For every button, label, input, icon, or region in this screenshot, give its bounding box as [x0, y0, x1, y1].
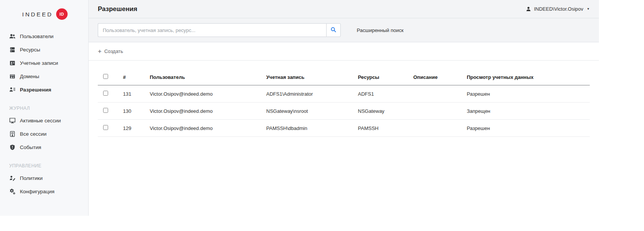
- cell-description: [410, 103, 464, 120]
- sidebar-item-active-sessions[interactable]: Активные сессии: [0, 114, 88, 127]
- sidebar-item-users[interactable]: Пользователи: [0, 30, 88, 43]
- sidebar-item-events[interactable]: События: [0, 141, 88, 154]
- column-header-user: Пользователь: [147, 69, 263, 85]
- sidebar-item-domains[interactable]: Домены: [0, 70, 88, 83]
- sidebar-item-accounts[interactable]: Учетные записи: [0, 56, 88, 70]
- cell-account: ADFS1\Administrator: [263, 85, 355, 103]
- main-area: Разрешения INDEED\Victor.Osipov ▼ Расшир…: [89, 0, 599, 216]
- row-checkbox[interactable]: [103, 91, 108, 96]
- page-title: Разрешения: [98, 5, 137, 13]
- column-header-account: Учетная запись: [263, 69, 355, 85]
- domain-icon: [9, 73, 16, 80]
- sidebar-section-journal: ЖУРНАЛ: [0, 96, 88, 114]
- sidebar-item-label: Политики: [20, 175, 43, 181]
- sidebar-item-policies[interactable]: Политики: [0, 172, 88, 185]
- sidebar-item-label: Активные сессии: [20, 118, 61, 124]
- sidebar-item-permissions[interactable]: Разрешения: [0, 83, 88, 96]
- permissions-table: # Пользователь Учетная запись Ресурсы Оп…: [98, 69, 590, 137]
- sidebar-item-label: Все сессии: [20, 131, 47, 137]
- sidebar-item-label: Пользователи: [20, 34, 53, 39]
- cell-resource: ADFS1: [355, 85, 410, 103]
- gear-icon: [9, 188, 16, 195]
- plus-icon: +: [98, 48, 102, 55]
- search-icon: [330, 27, 337, 34]
- sidebar-item-label: Конфигурация: [20, 189, 55, 194]
- cell-credentials-view: Разрешен: [464, 85, 590, 103]
- sidebar-item-label: События: [20, 144, 41, 150]
- table-row[interactable]: 130 Victor.Osipov@indeed.demo NSGateway\…: [98, 103, 590, 120]
- cell-user: Victor.Osipov@indeed.demo: [147, 85, 263, 103]
- cell-description: [410, 85, 464, 103]
- column-header-description: Описание: [410, 69, 464, 85]
- table-header-row: # Пользователь Учетная запись Ресурсы Оп…: [98, 69, 590, 85]
- search-input[interactable]: [98, 23, 326, 37]
- server-icon: [9, 47, 16, 53]
- app-window: INDEED ID Пользователи Ресурсы Учетные з…: [0, 0, 599, 216]
- cell-resource: PAMSSH: [355, 120, 410, 137]
- advanced-search-link[interactable]: Расширенный поиск: [357, 27, 403, 33]
- cell-account: PAMSSH\dbadmin: [263, 120, 355, 137]
- cell-resource: NSGateway: [355, 103, 410, 120]
- brand-badge: ID: [56, 8, 68, 20]
- select-all-checkbox[interactable]: [103, 74, 108, 79]
- cell-user: Victor.Osipov@indeed.demo: [147, 120, 263, 137]
- create-button[interactable]: + Создать: [98, 48, 123, 55]
- sidebar-item-label: Разрешения: [20, 87, 51, 93]
- search-button[interactable]: [326, 23, 341, 37]
- cell-num: 131: [120, 85, 147, 103]
- user-name: INDEED\Victor.Osipov: [534, 6, 583, 12]
- policies-icon: [9, 175, 16, 181]
- sidebar-item-resources[interactable]: Ресурсы: [0, 43, 88, 56]
- sidebar-item-label: Ресурсы: [20, 47, 40, 53]
- table-row[interactable]: 131 Victor.Osipov@indeed.demo ADFS1\Admi…: [98, 85, 590, 103]
- sidebar-section-management: УПРАВЛЕНИЕ: [0, 154, 88, 172]
- top-bar: Разрешения INDEED\Victor.Osipov ▼: [89, 0, 599, 18]
- cell-credentials-view: Запрещен: [464, 103, 590, 120]
- column-header-resource: Ресурсы: [355, 69, 410, 85]
- id-card-icon: [9, 60, 16, 66]
- cell-credentials-view: Разрешен: [464, 120, 590, 137]
- shield-alert-icon: [9, 144, 16, 151]
- cell-account: NSGateway\nsroot: [263, 103, 355, 120]
- create-button-label: Создать: [104, 48, 123, 54]
- brand-logo: INDEED ID: [0, 0, 88, 30]
- permissions-icon: [9, 87, 16, 93]
- column-header-num: #: [120, 69, 147, 85]
- user-icon: [526, 6, 531, 12]
- sidebar-item-configuration[interactable]: Конфигурация: [0, 185, 88, 198]
- monitor-icon: [9, 117, 16, 124]
- cell-num: 130: [120, 103, 147, 120]
- users-icon: [9, 33, 16, 40]
- search-section: Расширенный поиск: [89, 18, 599, 42]
- chevron-down-icon: ▼: [587, 7, 590, 11]
- action-toolbar: + Создать: [89, 42, 599, 61]
- permissions-table-container: # Пользователь Учетная запись Ресурсы Оп…: [89, 61, 599, 137]
- sidebar-item-all-sessions[interactable]: Все сессии: [0, 127, 88, 141]
- cell-num: 129: [120, 120, 147, 137]
- sidebar: INDEED ID Пользователи Ресурсы Учетные з…: [0, 0, 89, 216]
- cell-description: [410, 120, 464, 137]
- user-menu[interactable]: INDEED\Victor.Osipov ▼: [526, 6, 590, 12]
- row-checkbox[interactable]: [103, 108, 108, 113]
- brand-name: INDEED: [22, 11, 53, 18]
- sessions-document-icon: [9, 131, 16, 137]
- search-box: [98, 23, 341, 37]
- table-row[interactable]: 129 Victor.Osipov@indeed.demo PAMSSH\dba…: [98, 120, 590, 137]
- sidebar-item-label: Домены: [20, 74, 39, 79]
- cell-user: Victor.Osipov@indeed.demo: [147, 103, 263, 120]
- row-checkbox[interactable]: [103, 125, 108, 130]
- column-header-credentials-view: Просмотр учетных данных: [464, 69, 590, 85]
- sidebar-item-label: Учетные записи: [20, 60, 58, 66]
